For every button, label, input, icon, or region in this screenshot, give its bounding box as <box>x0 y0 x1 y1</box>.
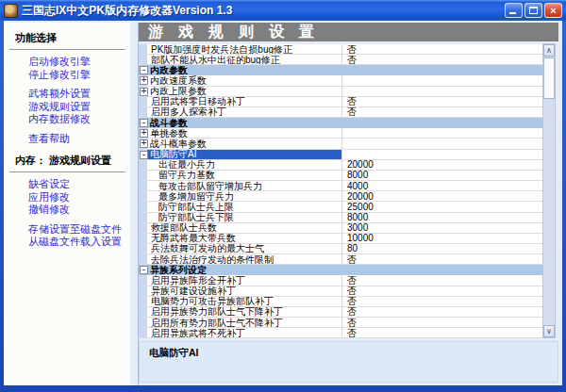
row-label: 出征最小兵力 <box>139 160 342 170</box>
grid-row[interactable]: 启用多人探索补丁否 <box>139 107 542 118</box>
expander-icon[interactable]: - <box>140 151 148 159</box>
row-value: 10000 <box>342 234 542 243</box>
sidebar-link[interactable]: 查看帮助 <box>28 133 130 146</box>
row-value: 8000 <box>342 171 542 180</box>
row-label: 每攻击部队留守增加兵力 <box>139 181 342 190</box>
sidebar-link[interactable]: 停止修改引擎 <box>28 69 130 82</box>
sidebar-section: 内存： 游戏规则设置缺省设定应用修改撤销修改存储设置至磁盘文件从磁盘文件载入设置 <box>4 154 130 249</box>
row-label: PK版加强度时发兵法自损bug修正 <box>139 44 342 54</box>
grid-row[interactable]: 启用异族武将不死补丁否 <box>139 328 542 338</box>
vertical-scrollbar[interactable]: ∧ ∨ <box>542 43 556 338</box>
grid-row[interactable]: 防守部队士兵下限8000 <box>139 213 542 223</box>
row-label: 救援部队士兵数 <box>139 223 342 233</box>
sidebar-link[interactable]: 武将额外设置 <box>28 88 130 101</box>
row-label: 电脑防守AI <box>147 150 342 159</box>
description-title: 电脑防守AI <box>140 342 558 360</box>
row-value: 否 <box>342 55 542 64</box>
row-label: 留守兵力基数 <box>139 171 342 180</box>
row-label: 启用异族武将不死补丁 <box>139 328 342 337</box>
titlebar: 三国志IX中文PK版内存修改器Version 1.3 × <box>0 0 566 21</box>
grid-row[interactable]: 救援部队士兵数3000 <box>139 223 542 234</box>
sidebar-link[interactable]: 游戏规则设置 <box>28 101 130 114</box>
expander-icon[interactable]: + <box>140 76 148 85</box>
row-label: 启用异族阵形全开补丁 <box>139 275 342 285</box>
row-label: 战斗参数 <box>139 118 342 127</box>
row-value: 否 <box>342 328 542 337</box>
grid-row[interactable]: 异族可建设设施补丁否 <box>139 286 542 297</box>
grid-row[interactable]: +战斗概率参数 <box>139 139 542 149</box>
scrollbar-thumb[interactable] <box>543 57 555 99</box>
grid-row[interactable]: +内政速度系数 <box>139 75 542 86</box>
row-label: 内政速度系数 <box>139 75 342 85</box>
expander-icon[interactable]: - <box>140 266 148 274</box>
grid-row[interactable]: 电脑势力可攻击异族部队补丁否 <box>139 297 542 307</box>
grid-row[interactable]: PK版加强度时发兵法自损bug修正否 <box>139 44 542 55</box>
grid-row[interactable]: 启用所有势力部队士气不降补丁否 <box>139 318 542 328</box>
row-label: 无爵武将最大带兵数 <box>139 234 342 243</box>
grid-row[interactable]: 去除兵法治疗发动的条件限制否 <box>139 254 542 265</box>
scroll-down-button[interactable]: ∨ <box>543 325 555 337</box>
minimize-button[interactable] <box>505 3 523 18</box>
row-label: 异族可建设设施补丁 <box>139 286 342 296</box>
main-panel: 游戏规则设置 PK版加强度时发兵法自损bug修正否部队不能从水中出征的bug修正… <box>138 23 558 385</box>
row-value: 否 <box>342 297 542 306</box>
scrollbar-track[interactable] <box>543 57 555 325</box>
grid-row[interactable]: -战斗参数 <box>139 118 542 128</box>
grid-row[interactable]: 启用异族势力部队士气下降补丁否 <box>139 307 542 318</box>
close-button[interactable]: × <box>544 3 562 18</box>
row-label: 内政上限参数 <box>139 87 342 96</box>
row-label: 启用多人探索补丁 <box>139 107 342 117</box>
grid-row[interactable]: +单挑参数 <box>139 128 542 139</box>
grid-row[interactable]: 每攻击部队留守增加兵力4000 <box>139 181 542 191</box>
row-label: 战斗概率参数 <box>139 139 342 148</box>
row-label: 防守部队士兵下限 <box>139 213 342 222</box>
expander-icon[interactable]: - <box>140 66 148 74</box>
grid-row[interactable]: 出征最小兵力20000 <box>139 160 542 171</box>
grid-row[interactable]: 部队不能从水中出征的bug修正否 <box>139 55 542 65</box>
row-label: 最多增加留守兵力 <box>139 191 342 201</box>
row-label: 单挑参数 <box>139 128 342 138</box>
expander-icon[interactable]: - <box>140 119 148 127</box>
row-value: 否 <box>342 286 542 296</box>
sidebar-link[interactable]: 应用修改 <box>28 191 130 204</box>
grid-row[interactable]: +内政上限参数 <box>139 87 542 97</box>
maximize-button[interactable] <box>524 3 542 18</box>
expander-icon[interactable]: + <box>140 129 148 138</box>
row-value: 3000 <box>342 223 542 233</box>
grid-row[interactable]: 留守兵力基数8000 <box>139 171 542 181</box>
sidebar-heading: 功能选择 <box>15 31 130 45</box>
sidebar: 功能选择启动修改引擎停止修改引擎武将额外设置游戏规则设置内存数据修改查看帮助内存… <box>4 23 130 385</box>
grid-row[interactable]: 启用异族阵形全开补丁否 <box>139 275 542 286</box>
grid-row[interactable]: 兵法鼓舞可发动的最大士气80 <box>139 244 542 254</box>
grid-row[interactable]: 防守部队士兵上限25000 <box>139 202 542 212</box>
sidebar-link[interactable]: 从磁盘文件载入设置 <box>28 236 130 249</box>
scroll-up-button[interactable]: ∧ <box>543 44 555 57</box>
expander-icon[interactable]: + <box>140 139 148 148</box>
close-icon: × <box>550 5 556 16</box>
grid-row[interactable]: 无爵武将最大带兵数10000 <box>139 234 542 244</box>
grid-row[interactable]: -电脑防守AI <box>139 150 542 160</box>
sidebar-link[interactable]: 缺省设定 <box>28 178 130 191</box>
row-value: 20000 <box>342 160 542 170</box>
settings-grid: PK版加强度时发兵法自损bug修正否部队不能从水中出征的bug修正否-内政参数+… <box>139 43 542 338</box>
row-value: 4000 <box>342 181 542 190</box>
expander-icon[interactable]: + <box>140 88 148 96</box>
client-area: 功能选择启动修改引擎停止修改引擎武将额外设置游戏规则设置内存数据修改查看帮助内存… <box>4 21 562 385</box>
grid-row[interactable]: -内政参数 <box>139 65 542 75</box>
divider <box>9 49 125 50</box>
row-value: 8000 <box>342 213 542 222</box>
maximize-icon <box>529 7 538 14</box>
grid-row[interactable]: 启用武将零日移动补丁否 <box>139 97 542 107</box>
grid-row[interactable]: -异族系列设定 <box>139 265 542 275</box>
app-window: 三国志IX中文PK版内存修改器Version 1.3 × 功能选择启动修改引擎停… <box>0 0 566 392</box>
sidebar-heading: 内存： 游戏规则设置 <box>15 154 130 168</box>
sidebar-link[interactable]: 撤销修改 <box>28 204 130 217</box>
sidebar-link[interactable]: 内存数据修改 <box>28 113 130 126</box>
row-value: 20000 <box>342 191 542 201</box>
row-value <box>342 118 542 127</box>
row-value <box>342 87 542 96</box>
sidebar-link[interactable]: 存储设置至磁盘文件 <box>28 223 130 237</box>
sidebar-link[interactable]: 启动修改引擎 <box>28 56 130 69</box>
sidebar-link-group: 存储设置至磁盘文件从磁盘文件载入设置 <box>28 223 130 249</box>
grid-row[interactable]: 最多增加留守兵力20000 <box>139 191 542 202</box>
